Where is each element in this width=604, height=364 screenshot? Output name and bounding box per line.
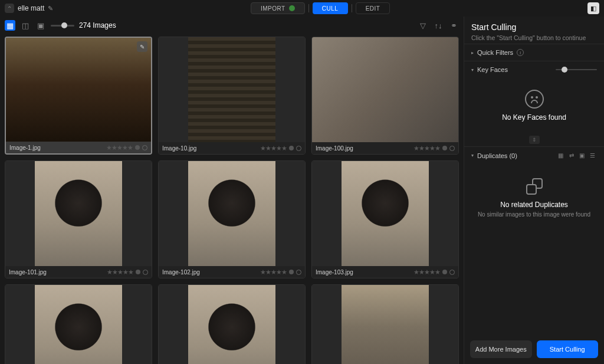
rating-stars[interactable]: ★★★★★ [413,145,440,152]
key-faces-slider[interactable] [556,69,597,70]
edit-badge-icon[interactable]: ✎ [137,41,147,52]
top-right-tools: ◧ [587,2,599,14]
flag-ring-icon[interactable] [142,145,147,150]
rating-stars[interactable]: ★★★★★ [107,268,133,276]
dup-grid-icon[interactable]: ▦ [556,152,565,159]
back-chevron-icon[interactable]: ⌃ [5,4,14,13]
grid-panel: ▦ ◫ ▣ 274 Images ▽ ↑↓ ⚭ ✎Image-1.jpg★★★★… [0,17,464,364]
color-label-dot[interactable] [442,270,447,274]
color-label-dot[interactable] [136,270,140,274]
sidebar-header: Start Culling Click the "Start Culling" … [464,17,604,44]
quick-filters-label: Quick Filters [477,49,513,56]
resize-handle[interactable]: ⇕ [464,133,604,146]
info-icon[interactable]: i [517,49,524,56]
start-culling-button[interactable]: Start Culling [537,340,599,358]
rating-stars[interactable]: ★★★★★ [260,145,287,152]
image-cell[interactable]: ✎Image-1.jpg★★★★★ [5,37,152,155]
quick-filters-section: ▸ Quick Filters i [464,44,604,61]
rating-stars[interactable]: ★★★★★ [413,268,440,276]
thumbnail[interactable] [5,285,152,364]
thumbnail[interactable]: ✎ [6,38,151,142]
duplicates-empty-title: No related Duplicates [471,201,597,209]
dup-swap-icon[interactable]: ⇄ [567,152,576,159]
image-cell[interactable]: Image-100.jpg★★★★★ [311,37,459,155]
image-preview [342,285,429,364]
sort-icon[interactable]: ↑↓ [433,20,444,31]
compare-view-icon[interactable]: ▣ [35,20,46,31]
thumbnail[interactable] [159,37,305,142]
sidebar-subtitle: Click the "Start Culling" button to cont… [471,34,597,41]
image-preview [188,285,276,364]
filename: Image-100.jpg [316,145,411,152]
color-label-dot[interactable] [135,145,140,150]
image-cell[interactable]: Image-10.jpg★★★★★ [158,37,306,155]
rating-stars[interactable]: ★★★★★ [260,268,287,276]
dup-compare-icon[interactable]: ▣ [577,152,586,159]
sidebar-title: Start Culling [471,22,597,32]
color-label-dot[interactable] [289,146,294,150]
flag-ring-icon[interactable] [296,146,301,151]
key-faces-header[interactable]: ▾ Key Faces [464,61,604,78]
duplicates-section: ▾ Duplicates (0) ▦ ⇄ ▣ ☰ No related Dupl… [464,146,604,229]
duplicates-icon [526,178,543,195]
main-area: ▦ ◫ ▣ 274 Images ▽ ↑↓ ⚭ ✎Image-1.jpg★★★★… [0,17,604,364]
image-count: 274 Images [79,21,116,29]
quick-filters-header[interactable]: ▸ Quick Filters i [464,44,604,61]
duplicates-tools: ▦ ⇄ ▣ ☰ [556,152,597,159]
separator [352,4,352,12]
duplicates-header[interactable]: ▾ Duplicates (0) ▦ ⇄ ▣ ☰ [464,147,604,164]
thumbnail[interactable] [5,161,152,266]
thumbnail[interactable] [312,37,458,142]
image-preview [188,161,276,266]
sad-face-icon [525,90,544,109]
image-cell[interactable]: Image-103.jpg★★★★★ [311,160,459,278]
separator [308,4,309,12]
import-status-icon [289,5,295,11]
flag-ring-icon[interactable] [296,270,301,275]
filename: Image-101.jpg [9,269,104,276]
grid-toolbar: ▦ ◫ ▣ 274 Images ▽ ↑↓ ⚭ [0,17,464,34]
thumbnail[interactable] [312,285,458,364]
duplicates-label: Duplicates (0) [477,152,517,159]
image-cell[interactable]: Image-101.jpg★★★★★ [5,160,152,278]
import-button[interactable]: IMPORT [251,2,305,14]
image-cell[interactable]: ★★★★★ [5,284,152,364]
flag-ring-icon[interactable] [449,146,455,151]
thumbnail-size-slider[interactable] [51,25,74,27]
key-faces-body: No Key Faces found [464,78,604,133]
sidebar: Start Culling Click the "Start Culling" … [464,17,604,364]
link-icon[interactable]: ⚭ [448,20,459,31]
image-cell[interactable]: Image-102.jpg★★★★★ [158,160,306,278]
key-faces-section: ▾ Key Faces No Key Faces found [464,61,604,133]
flag-ring-icon[interactable] [449,270,455,275]
color-label-dot[interactable] [442,146,447,150]
cell-footer: Image-102.jpg★★★★★ [159,266,305,278]
image-preview [35,161,123,266]
top-bar: ⌃ elle matt ✎ IMPORT CULL EDIT ◧ [0,0,604,17]
cull-button[interactable]: CULL [313,2,348,14]
color-label-dot[interactable] [289,270,294,274]
filter-icon[interactable]: ▽ [418,20,428,31]
edit-button[interactable]: EDIT [356,2,390,14]
rating-stars[interactable]: ★★★★★ [106,144,133,152]
edit-project-icon[interactable]: ✎ [48,5,53,12]
key-faces-label: Key Faces [477,66,508,73]
key-faces-empty: No Key Faces found [471,113,597,122]
image-preview [312,37,458,142]
dup-list-icon[interactable]: ☰ [588,152,597,159]
image-cell[interactable]: ★★★★★ [311,284,459,364]
grid-view-icon[interactable]: ▦ [5,20,15,31]
project-header: ⌃ elle matt ✎ [5,4,53,13]
add-more-button[interactable]: Add More Images [470,340,532,358]
mode-switcher: IMPORT CULL EDIT [58,2,583,14]
filename: Image-10.jpg [162,145,258,152]
image-cell[interactable]: ★★★★★ [158,284,306,364]
sidebar-footer: Add More Images Start Culling [464,335,604,364]
flag-ring-icon[interactable] [143,270,148,275]
thumbnail[interactable] [159,161,305,266]
thumbnail[interactable] [312,161,458,266]
thumbnail[interactable] [159,285,305,364]
single-view-icon[interactable]: ◫ [20,20,31,31]
panel-toggle-icon[interactable]: ◧ [587,2,599,14]
filename: Image-1.jpg [9,145,104,151]
